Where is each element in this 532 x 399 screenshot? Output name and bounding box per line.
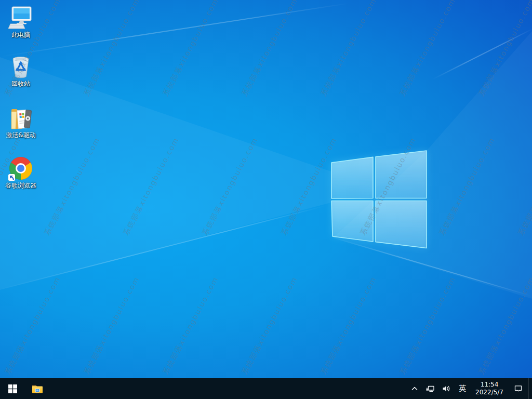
action-center-icon [514, 384, 523, 393]
show-desktop-button[interactable] [528, 378, 532, 399]
file-explorer-button[interactable] [25, 378, 50, 399]
chrome-blue-core [17, 165, 24, 172]
start-button[interactable] [0, 378, 25, 399]
wallpaper [0, 0, 532, 399]
desktop-icon-chrome[interactable]: 谷歌浏览器 [2, 156, 40, 189]
desktop-icon-recycle-bin[interactable]: 回收站 [2, 54, 40, 87]
ime-indicator[interactable]: 英 [454, 378, 471, 399]
shortcut-arrow-icon [8, 174, 15, 181]
light-ray [0, 3, 349, 57]
icon-label: 此电脑 [11, 31, 30, 38]
tray-volume-button[interactable] [438, 378, 454, 399]
chevron-up-icon [410, 384, 419, 393]
icon-label: 激活&驱动 [6, 131, 35, 139]
taskbar-clock[interactable]: 11:54 2022/5/7 [471, 378, 508, 399]
desktop-icon-activation-driver[interactable]: 激活&驱动 [2, 105, 40, 139]
volume-icon [442, 384, 450, 393]
action-center-button[interactable] [508, 378, 528, 399]
system-tray: 英 11:54 2022/5/7 [407, 378, 532, 399]
windows-logo [331, 150, 428, 249]
desktop-icon-this-pc[interactable]: 此电脑 [2, 5, 40, 38]
windows-start-icon [8, 384, 17, 393]
tray-chevron-up-button[interactable] [407, 378, 422, 399]
recycle-bin-icon [8, 54, 33, 79]
clock-time: 11:54 [481, 381, 499, 389]
tray-network-button[interactable] [422, 378, 438, 399]
taskbar: 英 11:54 2022/5/7 [0, 378, 532, 399]
taskbar-empty-area [50, 378, 407, 399]
folder-icon [8, 105, 33, 130]
this-pc-icon [8, 5, 33, 30]
icon-label: 谷歌浏览器 [5, 182, 36, 189]
icon-label: 回收站 [11, 80, 30, 87]
chrome-icon [8, 156, 33, 181]
file-explorer-icon [31, 382, 44, 395]
network-ethernet-icon [426, 384, 435, 393]
clock-date: 2022/5/7 [475, 389, 503, 396]
